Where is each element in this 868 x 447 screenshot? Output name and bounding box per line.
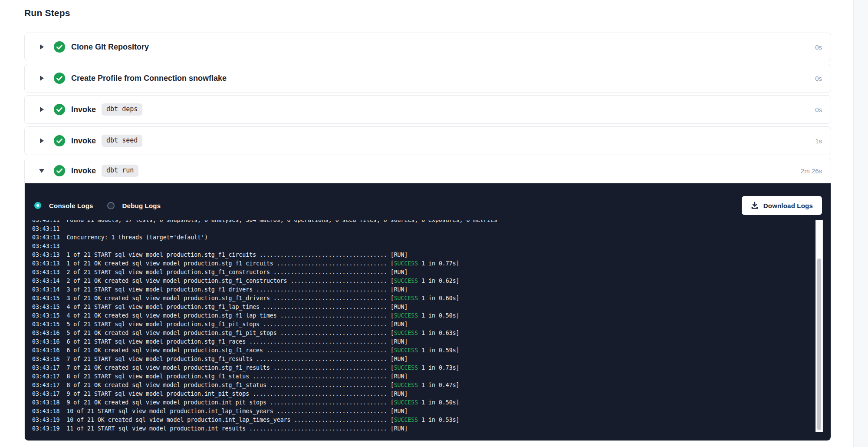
chevron-right-icon[interactable] bbox=[39, 106, 45, 113]
step-header[interactable]: Invoke dbt seed 1s bbox=[25, 127, 831, 155]
success-check-icon bbox=[54, 73, 65, 84]
radio-label: Console Logs bbox=[49, 202, 93, 209]
radio-selected-icon[interactable] bbox=[34, 202, 41, 209]
step-invoke-dbt-deps: Invoke dbt deps 0s bbox=[24, 95, 831, 124]
radio-unselected-icon[interactable] bbox=[107, 202, 115, 209]
chevron-right-icon[interactable] bbox=[39, 138, 45, 144]
success-check-icon bbox=[54, 41, 65, 53]
page-scrollbar-gutter[interactable] bbox=[853, 0, 868, 447]
step-header[interactable]: Invoke dbt run 2m 26s bbox=[25, 158, 831, 183]
console-scrollbar[interactable] bbox=[815, 220, 823, 432]
success-check-icon bbox=[54, 135, 65, 146]
steps-list: Clone Git Repository 0s Create Profile f… bbox=[24, 33, 831, 441]
step-duration: 0s bbox=[815, 75, 822, 82]
step-clone-git-repository: Clone Git Repository 0s bbox=[24, 33, 831, 61]
download-icon bbox=[751, 202, 759, 209]
step-duration: 1s bbox=[815, 137, 822, 145]
step-label: Clone Git Repository bbox=[71, 43, 149, 52]
step-header[interactable]: Invoke dbt deps 0s bbox=[25, 96, 831, 123]
success-check-icon bbox=[54, 104, 65, 115]
step-label: Invoke bbox=[71, 105, 96, 114]
step-label: Invoke bbox=[71, 166, 96, 175]
radio-label: Debug Logs bbox=[122, 202, 161, 209]
download-logs-button[interactable]: Download Logs bbox=[742, 196, 822, 215]
radio-console-logs[interactable]: Console Logs bbox=[34, 202, 93, 209]
page-title: Run Steps bbox=[24, 8, 831, 18]
scrollbar-thumb[interactable] bbox=[817, 258, 821, 430]
chevron-right-icon[interactable] bbox=[39, 75, 45, 81]
chevron-right-icon[interactable] bbox=[39, 44, 45, 50]
console-log-output[interactable]: 03:43:11 Found 21 models, 17 tests, 0 sn… bbox=[32, 220, 823, 432]
step-invoke-dbt-run: Invoke dbt run 2m 26s Console Logs Debug… bbox=[24, 158, 831, 441]
log-type-radio-group: Console Logs Debug Logs bbox=[34, 202, 174, 209]
console-toolbar: Console Logs Debug Logs Download Logs bbox=[34, 196, 822, 215]
step-duration: 0s bbox=[815, 43, 822, 51]
run-steps-panel: Run Steps Clone Git Repository 0s Create… bbox=[24, 0, 831, 444]
log-lines: 03:43:11 Found 21 models, 17 tests, 0 sn… bbox=[32, 220, 823, 432]
radio-debug-logs[interactable]: Debug Logs bbox=[107, 202, 161, 209]
step-create-profile: Create Profile from Connection snowflake… bbox=[24, 64, 831, 93]
step-duration: 0s bbox=[815, 106, 822, 113]
success-check-icon bbox=[54, 165, 65, 176]
download-button-label: Download Logs bbox=[763, 202, 813, 209]
command-chip: dbt run bbox=[102, 165, 138, 177]
step-header[interactable]: Clone Git Repository 0s bbox=[25, 33, 831, 61]
step-invoke-dbt-seed: Invoke dbt seed 1s bbox=[24, 126, 831, 155]
command-chip: dbt seed bbox=[102, 135, 142, 147]
step-label: Create Profile from Connection snowflake bbox=[71, 74, 227, 83]
console-log-panel: Console Logs Debug Logs Download Logs 03… bbox=[25, 183, 831, 440]
step-duration: 2m 26s bbox=[801, 167, 822, 175]
step-label: Invoke bbox=[71, 136, 96, 146]
step-header[interactable]: Create Profile from Connection snowflake… bbox=[25, 64, 831, 92]
command-chip: dbt deps bbox=[102, 103, 142, 116]
chevron-down-icon[interactable] bbox=[39, 168, 45, 174]
